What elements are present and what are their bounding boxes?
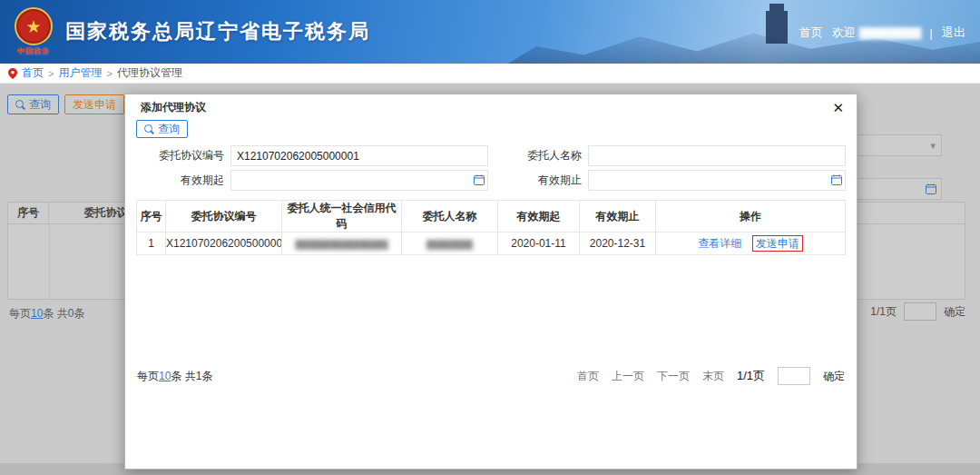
breadcrumb-separator: > [48, 68, 54, 79]
tax-logo: ★ 中国税务 [15, 7, 53, 56]
close-icon[interactable]: ✕ [832, 101, 844, 114]
cell-credit-code: ████████████████ [282, 233, 402, 255]
dialog-pagination: 每页10条 共1条 首页 上一页 下一页 末页 1/1页 确定 [137, 367, 845, 385]
col-valid-to: 有效期止 [580, 201, 656, 233]
col-client-name: 委托人名称 [402, 201, 498, 233]
username-redacted: ██████████ [859, 27, 921, 38]
national-emblem-icon: ★ [15, 7, 53, 45]
electronic-tax-bureau-screen: ★ 中国税务 国家税务总局辽宁省电子税务局 首页 欢迎 ██████████ |… [0, 0, 980, 475]
top-nav: 首页 欢迎 ██████████ | 退出 [799, 25, 965, 41]
cell-valid-from: 2020-01-11 [498, 233, 580, 255]
page-jump-input[interactable] [778, 367, 810, 385]
breadcrumb-separator: > [106, 68, 112, 79]
star-icon: ★ [25, 18, 41, 35]
add-agency-agreement-dialog: 添加代理协议 ✕ 查询 委托协议编号 委托人名称 [124, 94, 858, 470]
cell-client-name: ████████ [402, 233, 498, 255]
search-icon [144, 124, 154, 134]
breadcrumb-current-page: 代理协议管理 [117, 65, 182, 81]
breadcrumb-home[interactable]: 首页 [22, 65, 44, 81]
page-summary: 每页10条 共1条 [137, 369, 212, 384]
prev-page-link[interactable]: 上一页 [612, 369, 644, 384]
app-title: 国家税务总局辽宁省电子税务局 [65, 18, 370, 45]
dialog-title: 添加代理协议 [141, 100, 206, 115]
valid-from-label: 有效期起 [136, 173, 230, 188]
first-page-link[interactable]: 首页 [577, 369, 599, 384]
logout-link[interactable]: 退出 [942, 25, 965, 41]
agreements-table: 序号 委托协议编号 委托人统一社会信用代码 委托人名称 有效期起 有效期止 操作… [136, 200, 846, 255]
location-pin-icon [8, 68, 17, 79]
welcome-label: 欢迎 [832, 25, 856, 41]
breadcrumb: 首页 > 用户管理 > 代理协议管理 [0, 64, 980, 84]
query-form: 委托协议编号 委托人名称 有效期起 [136, 144, 846, 192]
breadcrumb-user-management[interactable]: 用户管理 [58, 65, 102, 81]
page-size-link[interactable]: 10 [159, 370, 171, 382]
redacted-credit-code: ████████████████ [295, 240, 387, 249]
cell-agreement-no: X1210702062005000001 [166, 233, 282, 255]
view-detail-link[interactable]: 查看详细 [698, 237, 741, 250]
send-request-link[interactable]: 发送申请 [752, 235, 803, 252]
calendar-icon[interactable] [474, 174, 485, 185]
cell-actions: 查看详细 发送申请 [656, 233, 846, 255]
logo-caption: 中国税务 [17, 46, 50, 56]
cell-valid-to: 2020-12-31 [580, 233, 656, 255]
col-credit-code: 委托人统一社会信用代码 [282, 201, 402, 233]
great-wall-tower-decoration [766, 11, 788, 44]
dialog-query-button[interactable]: 查询 [136, 120, 188, 138]
page-body: 查询 发送申请 添加代理协议 ▾ [0, 84, 980, 475]
valid-to-label: 有效期止 [494, 173, 588, 188]
page-indicator: 1/1页 [737, 368, 765, 384]
col-agreement-no: 委托协议编号 [166, 201, 282, 233]
agreement-no-label: 委托协议编号 [136, 148, 230, 163]
redacted-client-name: ████████ [426, 240, 473, 249]
pager-controls: 首页 上一页 下一页 末页 1/1页 确定 [577, 367, 845, 385]
table-row: 1 X1210702062005000001 ████████████████ … [137, 233, 846, 255]
calendar-icon[interactable] [831, 174, 842, 185]
col-seq: 序号 [137, 201, 166, 233]
app-header: ★ 中国税务 国家税务总局辽宁省电子税务局 首页 欢迎 ██████████ |… [0, 0, 980, 64]
nav-home-link[interactable]: 首页 [799, 25, 823, 41]
nav-divider: | [930, 26, 933, 40]
page-confirm-button[interactable]: 确定 [823, 369, 845, 384]
valid-from-input[interactable] [230, 170, 488, 191]
client-name-label: 委托人名称 [494, 148, 588, 163]
col-valid-from: 有效期起 [498, 201, 580, 233]
col-actions: 操作 [656, 201, 846, 233]
valid-to-input[interactable] [588, 170, 846, 191]
dialog-body: 查询 委托协议编号 委托人名称 有效期起 [125, 117, 857, 255]
welcome-block: 欢迎 ██████████ [832, 25, 921, 41]
dialog-header: 添加代理协议 ✕ [125, 94, 857, 117]
next-page-link[interactable]: 下一页 [657, 369, 690, 384]
table-header-row: 序号 委托协议编号 委托人统一社会信用代码 委托人名称 有效期起 有效期止 操作 [137, 201, 846, 233]
agreement-no-input[interactable] [230, 145, 488, 166]
last-page-link[interactable]: 末页 [702, 369, 724, 384]
client-name-input[interactable] [588, 145, 846, 166]
cell-seq: 1 [137, 233, 166, 255]
